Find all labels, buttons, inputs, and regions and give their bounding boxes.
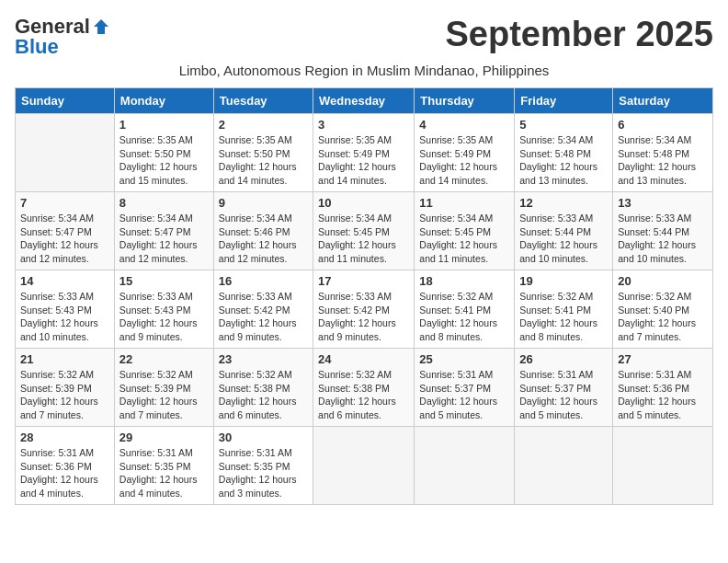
day-info: Sunrise: 5:34 AM Sunset: 5:46 PM Dayligh… <box>219 212 308 266</box>
day-number: 16 <box>219 274 308 288</box>
day-info: Sunrise: 5:33 AM Sunset: 5:44 PM Dayligh… <box>519 212 608 266</box>
day-cell-12: 12Sunrise: 5:33 AM Sunset: 5:44 PM Dayli… <box>515 192 613 270</box>
day-number: 26 <box>519 352 608 366</box>
day-cell-16: 16Sunrise: 5:33 AM Sunset: 5:42 PM Dayli… <box>213 270 313 349</box>
day-cell-5: 5Sunrise: 5:34 AM Sunset: 5:48 PM Daylig… <box>515 114 613 192</box>
day-info: Sunrise: 5:31 AM Sunset: 5:36 PM Dayligh… <box>618 368 708 422</box>
day-number: 25 <box>419 352 509 366</box>
svg-marker-0 <box>94 19 108 34</box>
day-cell-28: 28Sunrise: 5:31 AM Sunset: 5:36 PM Dayli… <box>16 427 115 505</box>
day-number: 3 <box>318 118 409 132</box>
day-info: Sunrise: 5:31 AM Sunset: 5:37 PM Dayligh… <box>419 368 509 422</box>
day-cell-29: 29Sunrise: 5:31 AM Sunset: 5:35 PM Dayli… <box>114 427 213 505</box>
day-number: 17 <box>318 274 409 288</box>
empty-cell <box>415 427 515 505</box>
month-title: September 2025 <box>446 15 714 54</box>
day-number: 11 <box>419 196 509 210</box>
day-cell-3: 3Sunrise: 5:35 AM Sunset: 5:49 PM Daylig… <box>313 114 415 192</box>
day-number: 29 <box>119 431 209 444</box>
week-row-2: 7Sunrise: 5:34 AM Sunset: 5:47 PM Daylig… <box>16 192 713 270</box>
day-number: 5 <box>519 118 608 132</box>
day-info: Sunrise: 5:32 AM Sunset: 5:40 PM Dayligh… <box>618 290 708 344</box>
day-header-monday: Monday <box>114 88 213 114</box>
day-number: 24 <box>318 352 409 366</box>
empty-cell <box>613 427 713 505</box>
day-info: Sunrise: 5:32 AM Sunset: 5:41 PM Dayligh… <box>419 290 509 344</box>
day-info: Sunrise: 5:32 AM Sunset: 5:39 PM Dayligh… <box>119 368 209 422</box>
day-number: 1 <box>119 118 209 132</box>
day-header-friday: Friday <box>515 88 613 114</box>
day-header-saturday: Saturday <box>613 88 713 114</box>
day-info: Sunrise: 5:35 AM Sunset: 5:49 PM Dayligh… <box>318 133 409 188</box>
day-cell-8: 8Sunrise: 5:34 AM Sunset: 5:47 PM Daylig… <box>114 192 213 270</box>
day-cell-6: 6Sunrise: 5:34 AM Sunset: 5:48 PM Daylig… <box>613 114 713 192</box>
day-number: 27 <box>618 352 708 366</box>
day-cell-19: 19Sunrise: 5:32 AM Sunset: 5:41 PM Dayli… <box>515 270 613 349</box>
day-info: Sunrise: 5:34 AM Sunset: 5:45 PM Dayligh… <box>318 212 409 266</box>
day-number: 6 <box>618 118 708 132</box>
day-number: 23 <box>219 352 308 366</box>
day-number: 20 <box>618 274 708 288</box>
day-number: 22 <box>119 352 209 366</box>
day-cell-7: 7Sunrise: 5:34 AM Sunset: 5:47 PM Daylig… <box>16 192 115 270</box>
day-cell-20: 20Sunrise: 5:32 AM Sunset: 5:40 PM Dayli… <box>613 270 713 349</box>
day-number: 19 <box>519 274 608 288</box>
day-cell-10: 10Sunrise: 5:34 AM Sunset: 5:45 PM Dayli… <box>313 192 415 270</box>
day-cell-1: 1Sunrise: 5:35 AM Sunset: 5:50 PM Daylig… <box>114 114 213 192</box>
day-cell-23: 23Sunrise: 5:32 AM Sunset: 5:38 PM Dayli… <box>213 349 313 427</box>
day-info: Sunrise: 5:35 AM Sunset: 5:50 PM Dayligh… <box>219 133 308 188</box>
week-row-3: 14Sunrise: 5:33 AM Sunset: 5:43 PM Dayli… <box>16 270 713 349</box>
day-cell-11: 11Sunrise: 5:34 AM Sunset: 5:45 PM Dayli… <box>415 192 515 270</box>
day-number: 4 <box>419 118 509 132</box>
day-header-tuesday: Tuesday <box>213 88 313 114</box>
day-info: Sunrise: 5:31 AM Sunset: 5:35 PM Dayligh… <box>119 446 209 500</box>
day-number: 14 <box>20 274 109 288</box>
day-info: Sunrise: 5:33 AM Sunset: 5:42 PM Dayligh… <box>219 290 308 344</box>
day-cell-27: 27Sunrise: 5:31 AM Sunset: 5:36 PM Dayli… <box>613 349 713 427</box>
day-info: Sunrise: 5:32 AM Sunset: 5:38 PM Dayligh… <box>318 368 409 422</box>
day-number: 9 <box>219 196 308 210</box>
day-info: Sunrise: 5:31 AM Sunset: 5:37 PM Dayligh… <box>519 368 608 422</box>
day-header-wednesday: Wednesday <box>313 88 415 114</box>
day-header-sunday: Sunday <box>16 88 115 114</box>
day-cell-24: 24Sunrise: 5:32 AM Sunset: 5:38 PM Dayli… <box>313 349 415 427</box>
day-info: Sunrise: 5:35 AM Sunset: 5:50 PM Dayligh… <box>119 133 209 188</box>
day-number: 30 <box>219 431 308 444</box>
week-row-4: 21Sunrise: 5:32 AM Sunset: 5:39 PM Dayli… <box>16 349 713 427</box>
day-header-thursday: Thursday <box>415 88 515 114</box>
logo-icon <box>92 17 110 36</box>
day-info: Sunrise: 5:34 AM Sunset: 5:45 PM Dayligh… <box>419 212 509 266</box>
day-info: Sunrise: 5:34 AM Sunset: 5:47 PM Dayligh… <box>119 212 209 266</box>
day-info: Sunrise: 5:33 AM Sunset: 5:44 PM Dayligh… <box>618 212 708 266</box>
day-cell-9: 9Sunrise: 5:34 AM Sunset: 5:46 PM Daylig… <box>213 192 313 270</box>
day-cell-30: 30Sunrise: 5:31 AM Sunset: 5:35 PM Dayli… <box>213 427 313 505</box>
day-number: 28 <box>20 431 109 444</box>
day-info: Sunrise: 5:34 AM Sunset: 5:48 PM Dayligh… <box>519 133 608 188</box>
day-info: Sunrise: 5:32 AM Sunset: 5:41 PM Dayligh… <box>519 290 608 344</box>
day-cell-13: 13Sunrise: 5:33 AM Sunset: 5:44 PM Dayli… <box>613 192 713 270</box>
day-number: 7 <box>20 196 109 210</box>
day-number: 10 <box>318 196 409 210</box>
logo-blue-text: Blue <box>15 35 59 59</box>
day-info: Sunrise: 5:32 AM Sunset: 5:39 PM Dayligh… <box>20 368 109 422</box>
day-number: 15 <box>119 274 209 288</box>
day-info: Sunrise: 5:31 AM Sunset: 5:35 PM Dayligh… <box>219 446 308 500</box>
calendar-subtitle: Limbo, Autonomous Region in Muslim Minda… <box>15 63 713 78</box>
day-info: Sunrise: 5:33 AM Sunset: 5:43 PM Dayligh… <box>119 290 209 344</box>
empty-cell <box>515 427 613 505</box>
day-cell-18: 18Sunrise: 5:32 AM Sunset: 5:41 PM Dayli… <box>415 270 515 349</box>
week-row-1: 1Sunrise: 5:35 AM Sunset: 5:50 PM Daylig… <box>16 114 713 192</box>
day-cell-22: 22Sunrise: 5:32 AM Sunset: 5:39 PM Dayli… <box>114 349 213 427</box>
day-number: 2 <box>219 118 308 132</box>
day-cell-17: 17Sunrise: 5:33 AM Sunset: 5:42 PM Dayli… <box>313 270 415 349</box>
day-info: Sunrise: 5:33 AM Sunset: 5:43 PM Dayligh… <box>20 290 109 344</box>
logo: General Blue <box>15 15 110 59</box>
empty-cell <box>313 427 415 505</box>
day-info: Sunrise: 5:34 AM Sunset: 5:47 PM Dayligh… <box>20 212 109 266</box>
day-number: 21 <box>20 352 109 366</box>
day-info: Sunrise: 5:34 AM Sunset: 5:48 PM Dayligh… <box>618 133 708 188</box>
day-cell-15: 15Sunrise: 5:33 AM Sunset: 5:43 PM Dayli… <box>114 270 213 349</box>
day-info: Sunrise: 5:33 AM Sunset: 5:42 PM Dayligh… <box>318 290 409 344</box>
day-cell-21: 21Sunrise: 5:32 AM Sunset: 5:39 PM Dayli… <box>16 349 115 427</box>
day-cell-14: 14Sunrise: 5:33 AM Sunset: 5:43 PM Dayli… <box>16 270 115 349</box>
